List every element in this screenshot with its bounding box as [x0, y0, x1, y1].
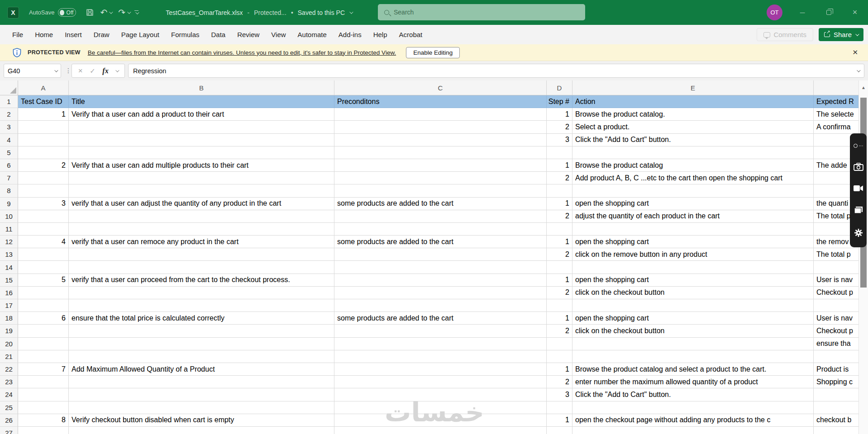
cell-C6[interactable] [334, 159, 547, 172]
cell-B23[interactable] [69, 376, 334, 388]
cell-D5[interactable] [547, 146, 572, 159]
cell-C23[interactable] [334, 376, 547, 388]
cell-B5[interactable] [69, 146, 334, 159]
cell-E18[interactable]: open the shopping cart [572, 312, 814, 325]
maximize-button[interactable] [816, 0, 842, 25]
cell-E11[interactable] [572, 223, 814, 236]
cell-C2[interactable] [334, 108, 547, 121]
cell-B14[interactable] [69, 261, 334, 274]
tab-automate[interactable]: Automate [292, 25, 333, 44]
row-number-17[interactable]: 17 [0, 299, 18, 312]
cell-B8[interactable] [69, 184, 334, 197]
column-header-D[interactable]: D [547, 80, 572, 95]
row-number-2[interactable]: 2 [0, 108, 18, 121]
screenshot-button[interactable] [854, 163, 863, 171]
cell-C17[interactable] [334, 299, 547, 312]
tab-add-ins[interactable]: Add-ins [333, 25, 367, 44]
cell-A5[interactable] [18, 146, 69, 159]
cell-C27[interactable] [334, 427, 547, 434]
protected-view-message-link[interactable]: Be careful—files from the Internet can c… [88, 49, 396, 56]
cell-C11[interactable] [334, 223, 547, 236]
row-number-24[interactable]: 24 [0, 388, 18, 401]
cell-E13[interactable]: click on the remove button in any produc… [572, 248, 814, 261]
tab-home[interactable]: Home [29, 25, 59, 44]
cell-E23[interactable]: enter number the maximum allowed quantit… [572, 376, 814, 388]
cell-A18[interactable]: 6 [18, 312, 69, 325]
customize-quick-access-button[interactable] [134, 10, 138, 14]
cell-D7[interactable]: 2 [547, 172, 572, 184]
share-button[interactable]: Share [819, 28, 863, 41]
cell-E14[interactable] [572, 261, 814, 274]
cell-C21[interactable] [334, 350, 547, 363]
cell-E20[interactable] [572, 338, 814, 350]
row-number-5[interactable]: 5 [0, 146, 18, 159]
cell-E27[interactable] [572, 427, 814, 434]
undo-chevron-icon[interactable] [109, 10, 113, 14]
cell-D19[interactable]: 2 [547, 325, 572, 337]
cell-E2[interactable]: Browse the product catalog. [572, 108, 814, 121]
cell-D13[interactable]: 2 [547, 248, 572, 261]
cell-A3[interactable] [18, 121, 69, 133]
tab-draw[interactable]: Draw [88, 25, 115, 44]
tab-acrobat[interactable]: Acrobat [393, 25, 429, 44]
cell-C4[interactable] [334, 134, 547, 146]
cell-A26[interactable]: 8 [18, 414, 69, 427]
cell-D12[interactable]: 1 [547, 236, 572, 248]
enter-icon[interactable]: ✓ [90, 67, 95, 75]
cell-D14[interactable] [547, 261, 572, 274]
cell-E10[interactable]: adjust the quantity of each product in t… [572, 210, 814, 223]
row-number-14[interactable]: 14 [0, 261, 18, 274]
cell-E3[interactable]: Select a product. [572, 121, 814, 133]
cell-B9[interactable]: verify that a user can adjust the quanti… [69, 198, 334, 210]
row-number-16[interactable]: 16 [0, 287, 18, 299]
chevron-down-icon[interactable] [54, 68, 58, 72]
cell-A8[interactable] [18, 184, 69, 197]
select-all-corner[interactable] [0, 80, 18, 95]
column-header-B[interactable]: B [69, 80, 334, 95]
cell-B6[interactable]: Verify that a user can add multiple prod… [69, 159, 334, 172]
cell-A20[interactable] [18, 338, 69, 350]
tab-help[interactable]: Help [367, 25, 393, 44]
cell-B19[interactable] [69, 325, 334, 337]
cell-D20[interactable] [547, 338, 572, 350]
row-number-9[interactable]: 9 [0, 198, 18, 210]
cell-C9[interactable]: some products are added to the cart [334, 198, 547, 210]
row-number-10[interactable]: 10 [0, 210, 18, 223]
tab-page-layout[interactable]: Page Layout [115, 25, 165, 44]
cell-E17[interactable] [572, 299, 814, 312]
cell-A7[interactable] [18, 172, 69, 184]
cell-D2[interactable]: 1 [547, 108, 572, 121]
row-number-20[interactable]: 20 [0, 338, 18, 350]
cell-E24[interactable]: Click the "Add to Cart" button. [572, 388, 814, 401]
minimize-button[interactable]: ─ [789, 0, 816, 25]
cell-E12[interactable]: open the shopping cart [572, 236, 814, 248]
cell-C1[interactable]: Preconditons [334, 95, 547, 108]
cell-E19[interactable]: click on the checkout button [572, 325, 814, 337]
cell-B22[interactable]: Add Maximum Allowed Quantity of a Produc… [69, 363, 334, 376]
cell-E1[interactable]: Action [572, 95, 814, 108]
cell-E25[interactable] [572, 401, 814, 414]
cell-B17[interactable] [69, 299, 334, 312]
cell-B10[interactable] [69, 210, 334, 223]
capture-settings-button[interactable] [854, 228, 863, 237]
cell-E5[interactable] [572, 146, 814, 159]
banner-close-icon[interactable]: ✕ [852, 48, 858, 57]
row-number-6[interactable]: 6 [0, 159, 18, 172]
cell-C13[interactable] [334, 248, 547, 261]
cell-C24[interactable] [334, 388, 547, 401]
row-number-19[interactable]: 19 [0, 325, 18, 337]
column-header-C[interactable]: C [334, 80, 547, 95]
cell-D10[interactable]: 2 [547, 210, 572, 223]
record-video-button[interactable] [854, 185, 863, 192]
cell-D6[interactable]: 1 [547, 159, 572, 172]
cell-A6[interactable]: 2 [18, 159, 69, 172]
cell-C26[interactable] [334, 414, 547, 427]
close-button[interactable]: × [842, 0, 868, 25]
cell-B12[interactable]: verify that a user can remoce any produc… [69, 236, 334, 248]
cell-B13[interactable] [69, 248, 334, 261]
save-button[interactable] [84, 7, 95, 18]
tab-formulas[interactable]: Formulas [165, 25, 205, 44]
cancel-icon[interactable]: × [78, 66, 83, 75]
document-title[interactable]: TestCases_OmarTarek.xlsx - Protected... … [166, 9, 352, 16]
row-number-8[interactable]: 8 [0, 184, 18, 197]
